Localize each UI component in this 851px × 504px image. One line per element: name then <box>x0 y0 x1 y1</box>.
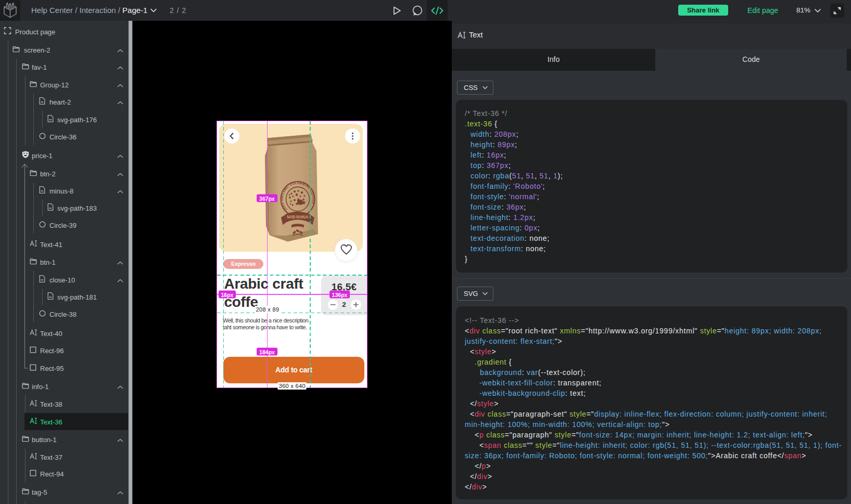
svg-text:NABI NAHUA: NABI NAHUA <box>287 214 309 219</box>
